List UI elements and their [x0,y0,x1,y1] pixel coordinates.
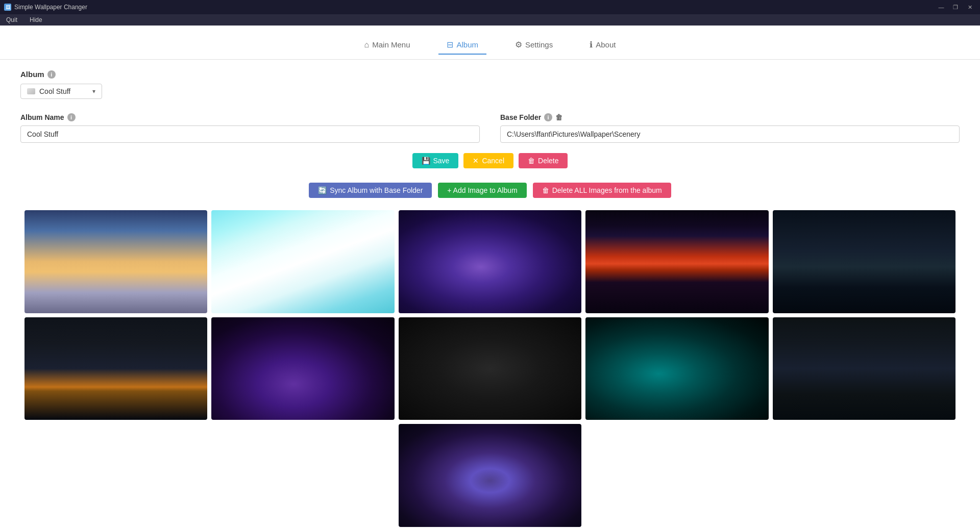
delete-label: Delete [538,157,558,165]
app-title: Simple Wallpaper Changer [14,4,87,11]
album-name-input[interactable] [20,125,480,143]
info-icon: ℹ [590,40,593,49]
gear-icon: ⚙ [515,40,522,49]
image-item[interactable] [773,210,955,313]
menubar: Quit Hide [0,14,980,26]
image-item[interactable] [585,210,768,313]
add-image-label: + Add Image to Album [447,186,517,194]
tab-main-menu[interactable]: ⌂ Main Menu [356,36,419,55]
cancel-label: Cancel [482,157,504,165]
dropdown-album-icon [27,88,35,94]
tab-album-label: Album [456,40,478,49]
tab-settings[interactable]: ⚙ Settings [507,36,561,55]
image-item[interactable] [24,317,207,420]
image-item[interactable] [24,210,207,313]
save-button[interactable]: 💾 Save [412,153,459,168]
image-item[interactable] [211,317,394,420]
tab-album[interactable]: ⊟ Album [438,36,486,55]
main-content: ⌂ Main Menu ⊟ Album ⚙ Settings ℹ About A… [0,26,980,528]
album-name-label: Album Name i [20,113,480,121]
base-folder-group: Base Folder i 🗑 [500,113,960,143]
album-section-label: Album i [20,70,960,79]
delete-all-label: Delete ALL Images from the album [552,186,662,194]
minimize-button[interactable]: — [935,3,947,12]
album-name-info-icon[interactable]: i [67,113,76,121]
image-item[interactable] [399,424,581,527]
action-buttons: 💾 Save ✕ Cancel 🗑 Delete [20,153,960,168]
add-image-button[interactable]: + Add Image to Album [438,183,526,198]
delete-icon: 🗑 [528,157,535,165]
tab-about[interactable]: ℹ About [581,36,624,55]
tab-main-menu-label: Main Menu [372,40,410,49]
menu-hide[interactable]: Hide [28,15,44,24]
image-item[interactable] [399,317,581,420]
save-icon: 💾 [422,157,430,165]
album-dropdown[interactable]: Cool Stuff ▾ [20,84,102,99]
sync-icon: 🔄 [318,186,327,194]
image-grid [20,210,960,527]
album-info-icon[interactable]: i [47,70,56,79]
delete-button[interactable]: 🗑 Delete [519,153,568,168]
form-row: Album Name i Base Folder i 🗑 [20,113,960,143]
titlebar: 🖼 Simple Wallpaper Changer — ❐ ✕ [0,0,980,14]
base-folder-info-icon[interactable]: i [544,113,552,121]
close-button[interactable]: ✕ [964,3,976,12]
delete-all-icon: 🗑 [542,186,549,194]
image-item[interactable] [585,317,768,420]
base-folder-label: Base Folder i 🗑 [500,113,960,121]
cancel-icon: ✕ [473,157,479,165]
base-folder-input[interactable] [500,125,960,143]
sync-button[interactable]: 🔄 Sync Album with Base Folder [309,183,432,198]
restore-button[interactable]: ❐ [949,3,962,12]
save-label: Save [433,157,450,165]
album-text: Album [20,70,44,79]
image-item[interactable] [773,317,955,420]
app-icon: 🖼 [4,4,11,11]
image-toolbar: 🔄 Sync Album with Base Folder + Add Imag… [20,183,960,198]
tab-about-label: About [596,40,616,49]
album-name-group: Album Name i [20,113,480,143]
page-content: Album i Cool Stuff ▾ Album Name i Base F… [0,70,980,528]
cancel-button[interactable]: ✕ Cancel [463,153,513,168]
nav-tabs: ⌂ Main Menu ⊟ Album ⚙ Settings ℹ About [0,26,980,60]
sync-label: Sync Album with Base Folder [330,186,423,194]
titlebar-left: 🖼 Simple Wallpaper Changer [4,4,87,11]
delete-all-button[interactable]: 🗑 Delete ALL Images from the album [533,183,671,198]
image-item[interactable] [211,210,394,313]
base-folder-delete-icon[interactable]: 🗑 [555,113,562,121]
album-selected-value: Cool Stuff [39,87,70,95]
image-item[interactable] [399,210,581,313]
chevron-down-icon: ▾ [92,88,95,95]
titlebar-controls: — ❐ ✕ [935,3,976,12]
tab-settings-label: Settings [525,40,553,49]
home-icon: ⌂ [364,40,370,49]
menu-quit[interactable]: Quit [4,15,19,24]
album-icon: ⊟ [447,40,453,49]
